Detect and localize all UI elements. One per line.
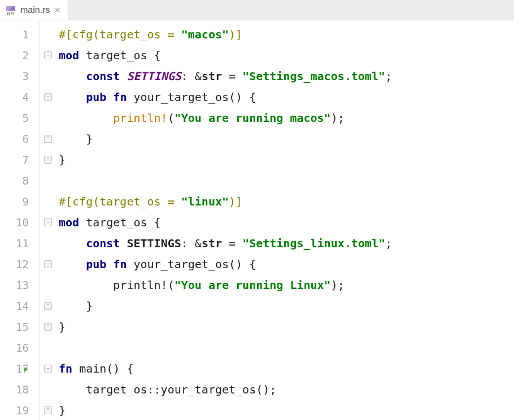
line-number: 9 bbox=[0, 195, 39, 208]
line-number: 7 bbox=[0, 154, 39, 166]
line-number: 1 bbox=[0, 28, 39, 41]
fold-close-icon[interactable]: ⌃ bbox=[44, 323, 52, 331]
token-str: "Settings_linux.toml" bbox=[242, 237, 385, 250]
line-number: 3 bbox=[0, 70, 39, 82]
token-punct: } bbox=[59, 153, 66, 167]
line-number: 8 bbox=[0, 174, 39, 187]
token-str: "Settings_macos.toml" bbox=[242, 69, 385, 83]
token-kw: mod bbox=[59, 216, 86, 229]
code-line[interactable]: } bbox=[56, 128, 514, 149]
line-number: 13 bbox=[0, 279, 39, 291]
line-number: 10 bbox=[0, 216, 39, 229]
rust-file-icon: RS bbox=[5, 4, 17, 16]
fold-close-icon[interactable]: ⌃ bbox=[44, 406, 52, 414]
code-line[interactable]: mod target_os { bbox=[56, 45, 514, 65]
tab-main-rs[interactable]: RS main.rs ✕ bbox=[0, 0, 68, 20]
fold-close-icon[interactable]: ⌃ bbox=[44, 156, 52, 164]
token-fn: main bbox=[79, 362, 106, 375]
token-macro: println! bbox=[113, 111, 167, 125]
token-str: "macos" bbox=[181, 28, 229, 41]
code-line[interactable]: const SETTINGS: &str = "Settings_linux.t… bbox=[56, 233, 514, 253]
fold-close-icon[interactable]: ⌃ bbox=[44, 135, 52, 143]
fold-close-icon[interactable]: ⌃ bbox=[44, 302, 52, 310]
code-line[interactable]: pub fn your_target_os() { bbox=[56, 86, 514, 107]
token-ident: target_os bbox=[86, 216, 154, 229]
code-line[interactable]: target_os::your_target_os(); bbox=[56, 379, 514, 400]
code-line[interactable] bbox=[56, 170, 514, 191]
code-line[interactable]: } bbox=[56, 149, 514, 170]
token-kw: pub fn bbox=[86, 90, 133, 104]
token-punct: ( bbox=[168, 111, 175, 125]
token-kw: const bbox=[86, 69, 127, 83]
token-punct: ; bbox=[385, 69, 392, 83]
token-type: str bbox=[202, 237, 222, 250]
token-str: "You are running Linux" bbox=[175, 278, 331, 292]
line-number: 18 bbox=[0, 383, 39, 396]
code-line[interactable]: mod target_os { bbox=[56, 212, 514, 233]
fold-open-icon[interactable]: − bbox=[44, 93, 52, 101]
token-attr: #[cfg(target_os = bbox=[59, 28, 181, 41]
line-number: 12 bbox=[0, 258, 39, 270]
fold-open-icon[interactable]: − bbox=[44, 260, 52, 268]
token-attr: #[cfg(target_os = bbox=[59, 195, 181, 208]
code-line[interactable]: const SETTINGS: &str = "Settings_macos.t… bbox=[56, 65, 514, 86]
token-type: str bbox=[202, 69, 222, 83]
token-punct: ; bbox=[385, 237, 392, 250]
line-number: 19 bbox=[0, 404, 39, 417]
code-line[interactable]: #[cfg(target_os = "macos")] bbox=[56, 24, 514, 45]
token-punct: { bbox=[154, 216, 161, 229]
editor: 12345678910111213141516171819 −−⌃⌃−−⌃⌃▶−… bbox=[0, 20, 514, 420]
tab-filename: main.rs bbox=[20, 5, 50, 15]
code-line[interactable]: pub fn your_target_os() { bbox=[56, 253, 514, 274]
code-line[interactable]: } bbox=[56, 400, 514, 420]
close-icon[interactable]: ✕ bbox=[53, 6, 62, 15]
line-number: 2 bbox=[0, 49, 39, 62]
token-punct: : & bbox=[181, 237, 202, 250]
token-punct: ); bbox=[331, 278, 345, 292]
token-ident: target_os::your_target_os(); bbox=[86, 383, 276, 396]
token-ident: println!( bbox=[113, 278, 174, 292]
code-line[interactable]: } bbox=[56, 295, 514, 316]
token-fn: your_target_os bbox=[133, 90, 229, 104]
run-gutter-icon[interactable]: ▶ bbox=[24, 364, 28, 373]
line-number: 17 bbox=[0, 362, 39, 375]
token-punct: { bbox=[154, 49, 161, 62]
token-punct: () { bbox=[106, 362, 133, 375]
token-punct: = bbox=[222, 69, 242, 83]
line-number-gutter[interactable]: 12345678910111213141516171819 bbox=[0, 20, 40, 420]
fold-open-icon[interactable]: − bbox=[44, 51, 52, 59]
token-attr: )] bbox=[229, 195, 242, 208]
token-str: "linux" bbox=[181, 195, 229, 208]
code-line[interactable]: fn main() { bbox=[56, 358, 514, 379]
fold-column[interactable]: −−⌃⌃−−⌃⌃▶−⌃ bbox=[40, 20, 56, 420]
line-number: 15 bbox=[0, 321, 39, 333]
token-punct: () { bbox=[229, 257, 256, 271]
token-attr: )] bbox=[229, 28, 242, 41]
code-line[interactable]: } bbox=[56, 316, 514, 337]
code-line[interactable]: #[cfg(target_os = "linux")] bbox=[56, 191, 514, 212]
token-kw: mod bbox=[59, 49, 86, 62]
code-line[interactable]: println!("You are running macos"); bbox=[56, 107, 514, 128]
line-number: 16 bbox=[0, 342, 39, 354]
code-line[interactable]: println!("You are running Linux"); bbox=[56, 274, 514, 295]
code-line[interactable] bbox=[56, 337, 514, 358]
token-punct: = bbox=[222, 237, 242, 250]
token-kw: fn bbox=[59, 362, 79, 375]
token-punct: } bbox=[59, 320, 66, 334]
token-punct: } bbox=[86, 299, 93, 313]
line-number: 14 bbox=[0, 300, 39, 312]
token-fn: your_target_os bbox=[133, 257, 229, 271]
token-ident: target_os bbox=[86, 49, 154, 62]
code-area[interactable]: #[cfg(target_os = "macos")]mod target_os… bbox=[56, 20, 514, 420]
token-punct: } bbox=[59, 404, 66, 417]
token-kw: const bbox=[86, 237, 127, 250]
line-number: 4 bbox=[0, 91, 39, 103]
fold-open-icon[interactable]: − bbox=[44, 218, 52, 226]
fold-open-icon[interactable]: − bbox=[44, 365, 52, 373]
token-punct: : & bbox=[181, 69, 202, 83]
line-number: 11 bbox=[0, 237, 39, 250]
token-str: "You are running macos" bbox=[175, 111, 331, 125]
token-punct: ); bbox=[331, 111, 345, 125]
token-const_i: SETTINGS bbox=[127, 69, 181, 83]
line-number: 6 bbox=[0, 133, 39, 145]
